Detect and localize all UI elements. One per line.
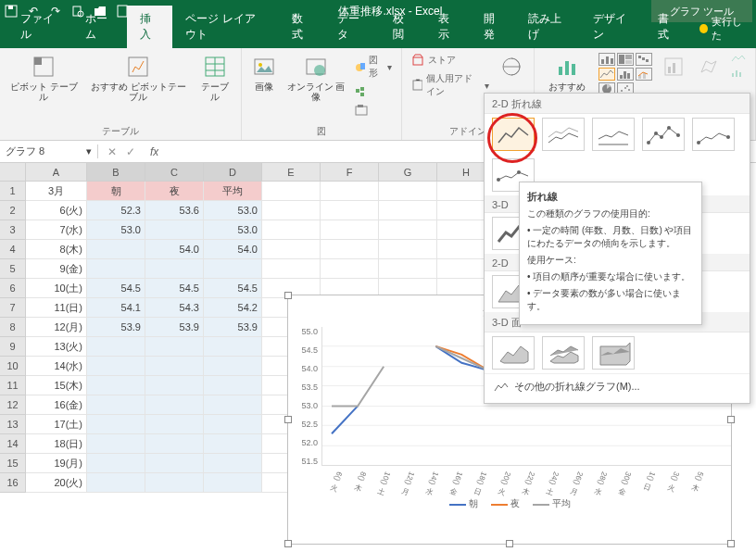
cell[interactable] (262, 182, 321, 201)
cell[interactable] (379, 201, 437, 220)
cell[interactable] (87, 473, 145, 493)
waterfall-button[interactable] (636, 53, 652, 66)
store-button[interactable]: ストア (410, 52, 491, 69)
fx-icon[interactable]: fx (145, 145, 158, 158)
pivot-chart-button[interactable] (659, 52, 688, 82)
cell[interactable]: 7(水) (26, 220, 87, 240)
cell[interactable]: 54.5 (145, 279, 204, 298)
row-header[interactable]: 12 (0, 395, 26, 415)
cell[interactable] (204, 473, 262, 493)
cell[interactable] (87, 259, 145, 279)
cell[interactable]: 54.0 (145, 240, 204, 259)
stacked-marker-thumb[interactable] (692, 118, 735, 151)
hier-chart-button[interactable] (617, 53, 634, 66)
name-box[interactable]: グラフ 8▾ (0, 144, 98, 158)
3d-map-button[interactable] (694, 52, 724, 82)
cell[interactable] (145, 357, 204, 376)
row-header[interactable]: 10 (0, 357, 26, 376)
row-header[interactable]: 3 (0, 220, 26, 240)
cell[interactable]: 15(木) (26, 376, 87, 395)
row-header[interactable]: 16 (0, 473, 26, 493)
cell[interactable]: 53.9 (145, 318, 204, 337)
shapes-button[interactable]: 図形 ▾ (353, 52, 394, 82)
cell[interactable]: 52.3 (87, 201, 145, 220)
cell[interactable]: 12(月) (26, 318, 87, 337)
tab-insert[interactable]: 挿入 (127, 6, 172, 48)
smartart-button[interactable] (353, 83, 394, 100)
cell[interactable] (87, 376, 145, 395)
cell[interactable] (204, 415, 262, 434)
cell[interactable] (321, 182, 379, 201)
cell[interactable]: 53.9 (87, 318, 145, 337)
row-header[interactable]: 8 (0, 318, 26, 337)
cell[interactable] (87, 240, 145, 259)
col-header-f[interactable]: F (321, 163, 379, 182)
chart-legend[interactable]: 朝 夜 平均 (288, 497, 731, 510)
col-header-e[interactable]: E (262, 163, 321, 182)
cell[interactable]: 3月 (26, 182, 87, 201)
cell[interactable] (145, 337, 204, 357)
pivot-table-button[interactable]: ピボット テーブル (7, 52, 80, 104)
cell[interactable]: 53.9 (204, 318, 262, 337)
tab-format[interactable]: 書式 (645, 6, 690, 48)
more-line-charts[interactable]: その他の折れ線グラフ(M)... (485, 373, 750, 399)
row-header[interactable]: 11 (0, 376, 26, 395)
online-pic-button[interactable]: オンライン 画像 (284, 52, 346, 104)
row-header[interactable]: 13 (0, 415, 26, 434)
cell[interactable] (204, 376, 262, 395)
bing-button[interactable] (497, 52, 526, 82)
col-header-c[interactable]: C (145, 163, 204, 182)
cell[interactable] (321, 201, 379, 220)
3d-area-thumb-1[interactable] (492, 336, 535, 370)
screenshot-button[interactable] (353, 102, 394, 119)
my-addins-button[interactable]: 個人用アドイン ▾ (410, 70, 491, 100)
cell[interactable] (87, 454, 145, 473)
row-header[interactable]: 6 (0, 279, 26, 298)
cell[interactable]: 53.0 (87, 220, 145, 240)
cell[interactable]: 平均 (204, 182, 262, 201)
cell[interactable]: 14(水) (26, 357, 87, 376)
cell[interactable]: 朝 (87, 182, 145, 201)
cell[interactable] (321, 220, 379, 240)
cell[interactable] (145, 454, 204, 473)
col-header-d[interactable]: D (204, 163, 262, 182)
rec-pivot-button[interactable]: おすすめ ピボットテーブル (85, 52, 191, 104)
tab-file[interactable]: ファイル (7, 6, 72, 48)
sparkline-line[interactable] (729, 52, 748, 65)
row-header[interactable]: 15 (0, 454, 26, 473)
select-all-corner[interactable] (0, 163, 26, 182)
cell[interactable]: 18(日) (26, 434, 87, 454)
cell[interactable]: 16(金) (26, 395, 87, 415)
cell[interactable] (87, 395, 145, 415)
tab-read[interactable]: 読み上げ (515, 6, 580, 48)
cell[interactable] (321, 259, 379, 279)
enter-icon[interactable]: ✓ (126, 145, 135, 158)
col-header-b[interactable]: B (87, 163, 145, 182)
cell[interactable]: 夜 (145, 182, 204, 201)
row-header[interactable]: 2 (0, 201, 26, 220)
cancel-icon[interactable]: ✕ (107, 145, 117, 158)
cell[interactable]: 10(土) (26, 279, 87, 298)
cell[interactable] (204, 395, 262, 415)
cell[interactable] (87, 337, 145, 357)
cell[interactable] (379, 220, 437, 240)
3d-area-thumb-3[interactable] (592, 336, 635, 370)
cell[interactable]: 54.5 (204, 279, 262, 298)
cell[interactable]: 54.3 (145, 298, 204, 318)
cell[interactable] (145, 376, 204, 395)
cell[interactable]: 54.0 (204, 240, 262, 259)
cell[interactable] (87, 415, 145, 434)
tab-home[interactable]: ホーム (72, 6, 127, 48)
pct-line-thumb[interactable] (592, 118, 635, 151)
cell[interactable]: 11(日) (26, 298, 87, 318)
cell[interactable] (204, 357, 262, 376)
3d-area-thumb-2[interactable] (542, 336, 585, 370)
row-header[interactable]: 5 (0, 259, 26, 279)
cell[interactable] (145, 434, 204, 454)
cell[interactable] (145, 220, 204, 240)
col-header-a[interactable]: A (26, 163, 87, 182)
cell[interactable] (262, 259, 321, 279)
cell[interactable] (379, 240, 437, 259)
cell[interactable] (379, 182, 437, 201)
cell[interactable] (204, 434, 262, 454)
